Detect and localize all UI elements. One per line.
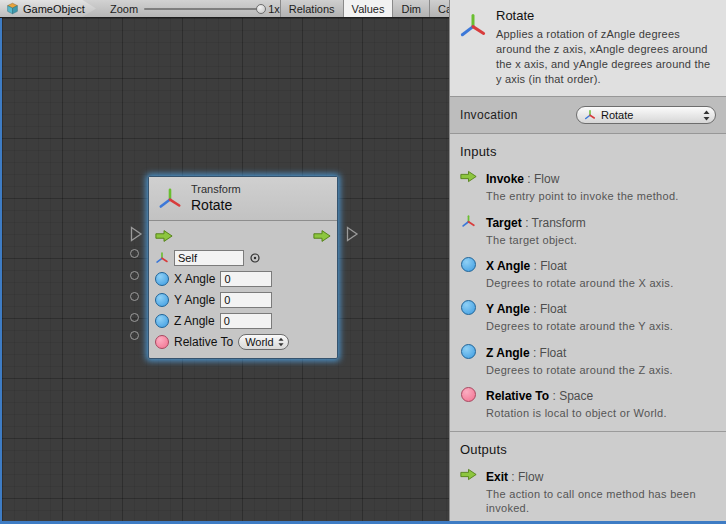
value-input[interactable]: 0 (220, 271, 272, 287)
flow-in-arrow-icon[interactable] (155, 229, 173, 243)
port-item-type: : Float (530, 259, 567, 273)
value-input[interactable]: Self (174, 250, 244, 266)
transform-icon (458, 8, 488, 86)
value-port-icon (461, 300, 476, 315)
node-title: Rotate (191, 197, 241, 215)
port-item-type: : Flow (508, 470, 543, 484)
flow-output-port[interactable] (346, 226, 359, 246)
tab-relations[interactable]: Relations (280, 0, 343, 17)
invocation-value: Rotate (601, 109, 698, 121)
target-input-port[interactable] (130, 249, 139, 258)
flow-arrow-icon (460, 170, 477, 203)
port-item-name: Target (486, 216, 522, 230)
port-item-name: Z Angle (486, 346, 530, 360)
port-item-icon (460, 467, 477, 516)
port-label: Z Angle (174, 314, 215, 328)
port-item-description: Rotation is local to object or World. (486, 406, 667, 420)
toolbar-tabs: RelationsValuesDimCarry (280, 0, 473, 17)
flow-arrow-icon (460, 468, 477, 516)
outputs-section: Outputs Exit : FlowThe action to call on… (450, 431, 726, 524)
port-item-name: Relative To (486, 389, 549, 403)
bolt-graph-window: GameObject Zoom 1x RelationsValuesDimCar… (0, 0, 726, 524)
enum-port-icon (155, 335, 169, 349)
port-item-exit: Exit : FlowThe action to call once metho… (460, 467, 716, 516)
value-port-icon (155, 272, 169, 286)
target-picker-icon (249, 252, 261, 264)
tab-dim[interactable]: Dim (392, 0, 429, 17)
zoom-label: Zoom (110, 3, 138, 15)
port-item-description: Degrees to rotate around the Z axis. (486, 363, 673, 377)
value-input[interactable]: 0 (220, 292, 272, 308)
port-item-description: The target object. (486, 233, 586, 247)
port-item-type: : Float (530, 302, 567, 316)
port-label: Relative To (174, 335, 233, 349)
node-header[interactable]: Transform Rotate (149, 177, 337, 221)
port-item-name: X Angle (486, 259, 530, 273)
node-row-relative-to: Relative ToWorld (155, 332, 331, 352)
invocation-label: Invocation (460, 108, 518, 122)
invocation-row: Invocation Rotate (450, 97, 726, 134)
port-item-description: The entry point to invoke the method. (486, 189, 679, 203)
unit-title: Rotate (496, 8, 716, 23)
node-row-y-angle: Y Angle0 (155, 290, 331, 310)
port-item-relative-to: Relative To : SpaceRotation is local to … (460, 386, 716, 420)
outputs-list: Exit : FlowThe action to call once metho… (460, 467, 716, 516)
value-port-icon (461, 257, 476, 272)
port-item-description: Degrees to rotate around the X axis. (486, 276, 674, 290)
value-input[interactable]: 0 (220, 313, 272, 329)
x-angle-input-port[interactable] (130, 271, 139, 280)
port-item-type: : Space (549, 389, 593, 403)
value-port-icon (155, 314, 169, 328)
flow-input-port[interactable] (130, 226, 143, 246)
flow-out-arrow-icon[interactable] (313, 229, 331, 243)
breadcrumb-gameobject[interactable]: GameObject (0, 0, 96, 17)
transform-icon (584, 109, 596, 121)
tab-values[interactable]: Values (343, 0, 393, 17)
outputs-section-title: Outputs (460, 442, 716, 457)
z-angle-input-port[interactable] (130, 313, 139, 322)
node-flow-row (155, 225, 331, 247)
y-angle-input-port[interactable] (130, 292, 139, 301)
zoom-slider-thumb[interactable] (256, 4, 266, 14)
gameobject-cube-icon (6, 2, 19, 15)
dropdown-spinner-icon (278, 337, 284, 347)
node-category: Transform (191, 183, 241, 197)
inputs-list: Invoke : FlowThe entry point to invoke t… (460, 169, 716, 420)
enum-dropdown[interactable]: World (238, 334, 289, 350)
invocation-dropdown[interactable]: Rotate (576, 106, 716, 124)
port-item-name: Invoke (486, 172, 524, 186)
graph-canvas[interactable]: Transform Rotate SelfX Angle0Y Angle0Z A… (0, 18, 449, 521)
zoom-slider[interactable] (144, 8, 262, 10)
port-item-type: : Transform (522, 216, 586, 230)
port-item-x-angle: X Angle : FloatDegrees to rotate around … (460, 256, 716, 290)
transform-icon (155, 251, 169, 265)
port-item-z-angle: Z Angle : FloatDegrees to rotate around … (460, 343, 716, 377)
transform-icon (461, 214, 476, 247)
value-port-icon (155, 293, 169, 307)
port-item-type: : Flow (524, 172, 559, 186)
inspector-sidebar: Rotate Applies a rotation of zAngle degr… (449, 0, 726, 521)
port-item-invoke: Invoke : FlowThe entry point to invoke t… (460, 169, 716, 203)
port-item-icon (460, 256, 477, 290)
port-item-icon (460, 169, 477, 203)
port-item-name: Y Angle (486, 302, 530, 316)
port-item-description: The action to call once method has been … (486, 487, 716, 516)
port-item-type: : Float (530, 346, 567, 360)
dropdown-spinner-icon (703, 110, 710, 121)
port-label: Y Angle (174, 293, 215, 307)
port-item-target: Target : TransformThe target object. (460, 213, 716, 247)
node-rows: SelfX Angle0Y Angle0Z Angle0Relative ToW… (155, 248, 331, 352)
graph-toolbar: GameObject Zoom 1x RelationsValuesDimCar… (0, 0, 450, 18)
inputs-section: Inputs Invoke : FlowThe entry point to i… (450, 134, 726, 431)
breadcrumb-label: GameObject (23, 3, 85, 15)
node-row-x-angle: X Angle0 (155, 269, 331, 289)
zoom-control: Zoom 1x (96, 0, 280, 17)
enum-dropdown-value: World (245, 336, 274, 348)
port-item-y-angle: Y Angle : FloatDegrees to rotate around … (460, 299, 716, 333)
rotate-unit-node[interactable]: Transform Rotate SelfX Angle0Y Angle0Z A… (148, 176, 338, 359)
port-item-icon (460, 386, 477, 420)
enum-port-icon (461, 387, 476, 402)
port-item-icon (460, 213, 477, 247)
transform-icon (157, 186, 183, 212)
relative-to-input-port[interactable] (130, 331, 139, 340)
